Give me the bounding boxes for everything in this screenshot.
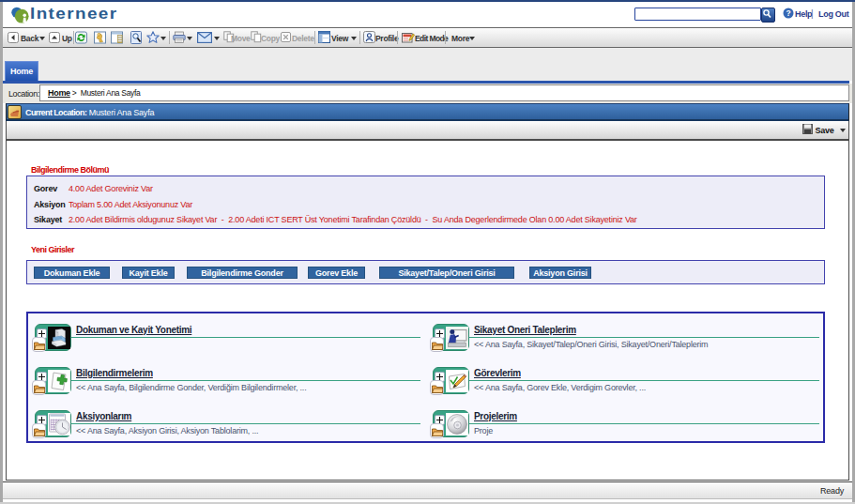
svg-text:?: ? [786, 8, 791, 18]
